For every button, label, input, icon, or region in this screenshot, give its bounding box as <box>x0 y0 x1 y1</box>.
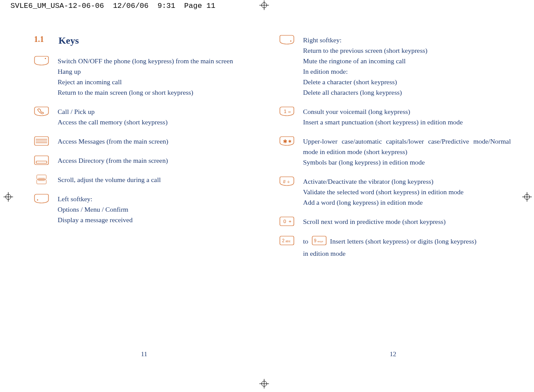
two-key-icon: 2abc <box>279 236 303 245</box>
key-description-line: Access Directory (from the main screen) <box>58 155 265 166</box>
key-row: Switch ON/OFF the phone (long keypress) … <box>34 56 265 98</box>
svg-text:⏚: ⏚ <box>287 179 290 184</box>
svg-rect-19 <box>37 175 46 179</box>
power-key-icon <box>34 56 58 65</box>
svg-text:9: 9 <box>314 238 317 243</box>
svg-rect-31 <box>280 217 294 226</box>
key-description-line: Return to the main screen (long or short… <box>58 87 265 98</box>
key-row: #⏚Activate/Deactivate the vibrator (long… <box>279 176 511 208</box>
key-description-line: Right softkey: <box>303 35 511 45</box>
key-row: Left softkey:Options / Menu / ConfirmDis… <box>34 194 265 225</box>
key-row-range: 2abc to 9wxyz Insert letters (short keyp… <box>279 236 511 259</box>
svg-point-9 <box>524 194 530 199</box>
right-column-list: Right softkey:Return to the previous scr… <box>279 35 511 227</box>
key-description: Left softkey:Options / Menu / ConfirmDis… <box>58 194 265 225</box>
svg-text:1: 1 <box>284 109 286 114</box>
key-description-line: In edition mode: <box>303 66 511 77</box>
key-description-line: Insert a smart punctuation (short keypre… <box>303 117 511 127</box>
section-title: Keys <box>59 35 79 46</box>
page-number-right: 12 <box>384 351 402 358</box>
svg-text:abc: abc <box>286 240 291 243</box>
key-description-line: Add a word (long keypress) in edition mo… <box>303 197 511 208</box>
key-description: Consult your voicemail (long keypress)In… <box>303 107 511 127</box>
page-number-left: 11 <box>135 351 153 358</box>
key-row: ✱✱Upper-lower case/automatic capitals/lo… <box>279 136 511 168</box>
svg-point-0 <box>262 3 267 8</box>
section-heading: 1.1 Keys <box>34 35 265 46</box>
key-description-line: Validate the selected word (short keypre… <box>303 187 511 197</box>
key-row: 0+Scroll next word in predictive mode (s… <box>279 217 511 227</box>
registration-mark-left <box>3 192 13 202</box>
svg-point-6 <box>6 194 11 199</box>
right-softkey-icon <box>279 35 303 45</box>
range-tail-first: Insert letters (short keypress) or digit… <box>330 237 476 245</box>
key-description-line: Call / Pick up <box>58 107 265 117</box>
key-description: Access Directory (from the main screen) <box>58 155 265 166</box>
hash-key-icon: #⏚ <box>279 176 303 186</box>
key-description-line: Reject an incoming call <box>58 77 265 87</box>
nine-key-icon: 9wxyz <box>312 236 327 248</box>
key-description-line: Access the call memory (short keypress) <box>58 117 265 127</box>
directory-key-icon <box>34 155 58 165</box>
left-column-list: Switch ON/OFF the phone (long keypress) … <box>34 56 265 225</box>
svg-text:0: 0 <box>283 219 286 224</box>
registration-mark-right <box>522 192 532 202</box>
call-key-icon <box>34 107 58 116</box>
scroll-key-icon <box>34 175 58 184</box>
star-key-icon: ✱✱ <box>279 136 303 146</box>
key-description-line: Scroll, adjust the volume during a call <box>58 175 265 185</box>
svg-rect-18 <box>36 161 47 163</box>
key-description-line: Left softkey: <box>58 194 265 204</box>
key-row: Access Messages (from the main screen) <box>34 136 265 147</box>
zero-key-icon: 0+ <box>279 217 303 226</box>
key-description: Upper-lower case/automatic capitals/lowe… <box>303 136 511 168</box>
key-row: 1∞Consult your voicemail (long keypress)… <box>279 107 511 127</box>
key-row: Call / Pick upAccess the call memory (sh… <box>34 107 265 127</box>
key-description-line: Activate/Deactivate the vibrator (long k… <box>303 176 511 187</box>
key-description: Scroll next word in predictive mode (sho… <box>303 217 511 227</box>
messages-key-icon <box>34 136 58 146</box>
registration-mark-bottom <box>259 379 269 389</box>
svg-point-12 <box>45 58 46 59</box>
print-slugline: SVLE6_UM_USA-12-06-06 12/06/06 9:31 Page… <box>10 2 215 10</box>
range-to-label: to <box>303 237 308 245</box>
svg-text:+: + <box>289 219 291 224</box>
key-description-line: Mute the ringtone of an incoming call <box>303 56 511 66</box>
key-row: Scroll, adjust the volume during a call <box>34 175 265 185</box>
key-description-line: Upper-lower case/automatic capitals/lowe… <box>303 136 511 157</box>
key-description-line: Options / Menu / Confirm <box>58 204 265 215</box>
key-description-line: Display a message received <box>58 215 265 225</box>
key-description-line: Delete all characters (long keypress) <box>303 87 511 98</box>
one-key-icon: 1∞ <box>279 107 303 116</box>
svg-text:wxyz: wxyz <box>317 240 323 243</box>
key-description: Activate/Deactivate the vibrator (long k… <box>303 176 511 208</box>
key-description-line: Scroll next word in predictive mode (sho… <box>303 217 511 227</box>
key-description-line: Access Messages (from the main screen) <box>58 136 265 147</box>
key-description: Access Messages (from the main screen) <box>58 136 265 147</box>
section-number: 1.1 <box>34 35 57 44</box>
svg-text:2: 2 <box>282 238 285 243</box>
svg-point-23 <box>37 199 38 201</box>
svg-point-24 <box>290 41 292 42</box>
range-tail-second: in edition mode <box>303 248 511 259</box>
key-description-line: Switch ON/OFF the phone (long keypress) … <box>58 56 265 66</box>
key-row: Access Directory (from the main screen) <box>34 155 265 166</box>
page-right: Right softkey:Return to the previous scr… <box>279 35 511 268</box>
svg-text:#: # <box>283 179 286 184</box>
svg-text:✱: ✱ <box>288 139 292 144</box>
svg-rect-20 <box>37 180 46 184</box>
key-description: Call / Pick upAccess the call memory (sh… <box>58 107 265 127</box>
page-left: 1.1 Keys Switch ON/OFF the phone (long k… <box>34 35 265 234</box>
key-description-line: Delete a character (short keypress) <box>303 77 511 87</box>
svg-text:✱: ✱ <box>283 138 287 144</box>
key-description-line: Hang up <box>58 66 265 77</box>
svg-text:∞: ∞ <box>288 110 291 114</box>
key-description-line: Return to the previous screen (short key… <box>303 45 511 56</box>
key-row: Right softkey:Return to the previous scr… <box>279 35 511 98</box>
key-description-line: Symbols bar (long keypress) in edition m… <box>303 157 511 168</box>
key-description-line: Consult your voicemail (long keypress) <box>303 107 511 117</box>
key-description: Switch ON/OFF the phone (long keypress) … <box>58 56 265 98</box>
key-description: Right softkey:Return to the previous scr… <box>303 35 511 98</box>
svg-point-3 <box>262 381 267 386</box>
left-softkey-icon <box>34 194 58 203</box>
